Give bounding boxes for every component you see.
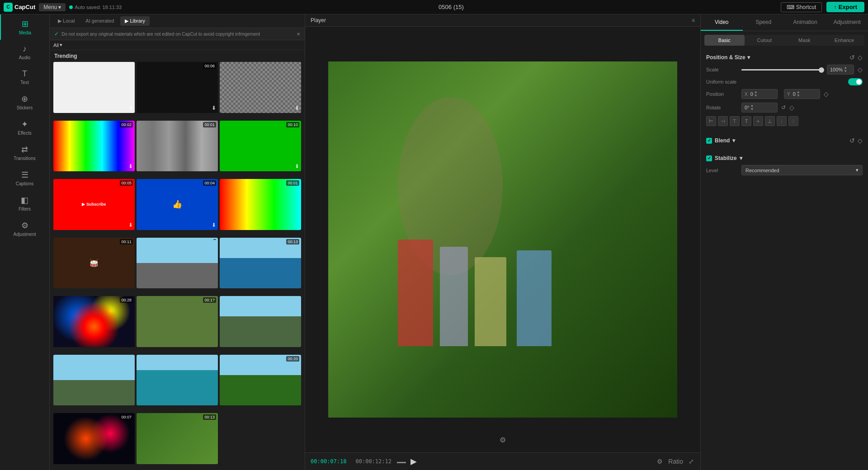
align-left-edge[interactable]: ⊢	[706, 116, 716, 126]
align-center-v[interactable]: +	[753, 116, 763, 126]
sidebar-item-stickers[interactable]: ⊕ Stickers	[0, 89, 49, 115]
list-item[interactable]	[220, 296, 301, 347]
export-button[interactable]: ↑ Export	[826, 2, 864, 12]
sidebar-item-adjustment[interactable]: ⚙ Adjustment	[0, 216, 49, 241]
tab-video[interactable]: Video	[701, 14, 743, 31]
sidebar-item-transitions[interactable]: ⇄ Transitions	[0, 140, 49, 165]
rotate-value-input[interactable]: 0° ▲ ▼	[741, 103, 778, 113]
rotate-keyframe[interactable]: ◇	[789, 104, 794, 111]
rotate-reset[interactable]: ↺	[781, 104, 786, 111]
scale-down[interactable]: ▼	[844, 70, 847, 73]
player-title: Player	[311, 17, 326, 24]
rotate-down[interactable]: ▼	[750, 108, 754, 111]
list-item[interactable]: 00:28	[53, 296, 135, 347]
tab-local[interactable]: ▶ Local	[53, 16, 79, 26]
list-item[interactable]: 🥁 00:11	[53, 238, 135, 289]
level-select[interactable]: Recommended ▾	[741, 165, 863, 175]
download-icon: ⬇	[128, 163, 133, 169]
menu-button[interactable]: Menu ▾	[39, 3, 66, 11]
stabilize-title: ✓ Stabilize ▾	[706, 155, 742, 161]
logo-icon: C	[4, 3, 13, 12]
play-button[interactable]: ▶	[410, 456, 417, 466]
tab-adjustment[interactable]: Adjustment	[826, 14, 868, 31]
tab-animation[interactable]: Animation	[784, 14, 826, 31]
sidebar-item-media[interactable]: ⊞ Media	[0, 14, 49, 40]
blend-checkbox[interactable]: ✓ Blend ▾	[706, 137, 735, 144]
list-item[interactable]: 00:13	[137, 413, 218, 464]
align-right-edge[interactable]: ⊤	[730, 116, 740, 126]
video-settings-icon[interactable]: ⚙	[500, 436, 506, 444]
download-icon: ⬇	[295, 163, 299, 169]
list-item[interactable]: 00:07	[53, 413, 135, 464]
list-item[interactable]: ⬇	[53, 62, 135, 113]
x-down[interactable]: ▼	[754, 94, 758, 98]
tab-speed[interactable]: Speed	[743, 14, 785, 31]
align-extra1[interactable]: |	[777, 116, 787, 126]
shortcut-button[interactable]: ⌨ Shortcut	[781, 2, 822, 12]
sidebar-item-filters[interactable]: ◧ Filters	[0, 191, 49, 216]
scale-keyframe[interactable]: ◇	[858, 66, 863, 73]
list-item[interactable]: 👍 00:04 ⬇	[137, 179, 218, 230]
tab-basic[interactable]: Basic	[704, 35, 745, 46]
align-center-h[interactable]: ⊣	[718, 116, 728, 126]
list-item[interactable]: 00:06 ⬇	[137, 62, 218, 113]
blend-keyframe[interactable]: ◇	[858, 137, 863, 144]
tab-mask[interactable]: Mask	[784, 35, 825, 46]
reset-button[interactable]: ↺	[849, 54, 855, 61]
stabilize-checkbox[interactable]: ✓ Stabilize ▾	[706, 155, 742, 161]
x-value-input[interactable]: X 0 ▲ ▼	[741, 89, 778, 99]
list-item[interactable]: 00:10 ⬇	[220, 121, 301, 172]
sub-tabs: Basic Cutout Mask Enhance	[704, 35, 864, 46]
list-item[interactable]: 00:01	[220, 179, 301, 230]
position-keyframe[interactable]: ◇	[824, 90, 829, 98]
adjustment-icon: ⚙	[21, 221, 28, 230]
all-filter[interactable]: All ▾	[53, 42, 62, 48]
y-value-input[interactable]: Y 0 ▲ ▼	[784, 89, 820, 99]
list-item[interactable]: 00:13	[220, 238, 301, 289]
align-buttons: ⊢ ⊣ ⊤ T + ⊥ | |	[706, 116, 798, 126]
settings-button[interactable]: ⚙	[656, 457, 664, 466]
thumb-duration: 00:11	[120, 239, 133, 244]
list-item[interactable]: ▶ Subscribe 00:05 ⬇	[53, 179, 135, 230]
sidebar-item-text[interactable]: T Text	[0, 65, 49, 89]
sidebar-item-audio[interactable]: ♪ Audio	[0, 40, 49, 65]
align-top[interactable]: T	[741, 116, 751, 126]
keyframe-button[interactable]: ◇	[858, 54, 863, 61]
thumb-duration: 00:1?	[203, 297, 216, 303]
tab-enhance[interactable]: Enhance	[825, 35, 865, 46]
list-item[interactable]	[53, 355, 135, 406]
thumb-duration: 00:01	[203, 122, 216, 127]
uniform-scale-toggle[interactable]	[848, 78, 863, 85]
list-item[interactable]: 00:01	[137, 121, 218, 172]
blend-reset[interactable]: ↺	[849, 137, 855, 144]
scale-label: Scale	[706, 67, 738, 72]
list-item[interactable]	[137, 238, 218, 289]
player-menu-icon[interactable]: ≡	[692, 17, 695, 24]
chevron-icon: ▾	[747, 54, 750, 61]
notice-close-button[interactable]: ✕	[297, 32, 300, 37]
sidebar-item-captions[interactable]: ☰ Captions	[0, 165, 49, 191]
sidebar-item-effects[interactable]: ✦ Effects	[0, 115, 49, 140]
list-item[interactable]	[137, 355, 218, 406]
align-extra2[interactable]: |	[788, 116, 798, 126]
download-icon: ⬇	[128, 105, 133, 111]
sidebar-item-label: Media	[19, 30, 31, 35]
fullscreen-button[interactable]: ⤢	[688, 457, 695, 466]
tab-cutout[interactable]: Cutout	[745, 35, 785, 46]
ratio-button[interactable]: Ratio	[667, 457, 684, 466]
list-item[interactable]: 00:02 ⬇	[53, 121, 135, 172]
y-down[interactable]: ▼	[797, 94, 800, 98]
list-item[interactable]: 00:1?	[137, 296, 218, 347]
main-layout: ⊞ Media ♪ Audio T Text ⊕ Stickers ✦ Effe…	[0, 14, 868, 470]
list-item[interactable]: ⬇	[220, 62, 301, 113]
align-bottom[interactable]: ⊥	[765, 116, 775, 126]
scale-slider[interactable]	[741, 69, 823, 70]
nav-icon-list: ⊞ Media ♪ Audio T Text ⊕ Stickers ✦ Effe…	[0, 14, 49, 241]
tab-library[interactable]: ▶ Library	[120, 16, 150, 26]
player-panel: Player ≡ ⚙ 00:00:07:18 00:0	[305, 14, 701, 470]
tab-ai[interactable]: AI generated	[81, 16, 118, 26]
scale-value[interactable]: 100% ▲ ▼	[827, 65, 854, 75]
project-title: 0506 (15)	[125, 4, 777, 10]
media-panel: ▶ Local AI generated ▶ Library ✓ Do not …	[50, 14, 305, 470]
list-item[interactable]: 00:20	[220, 355, 301, 406]
